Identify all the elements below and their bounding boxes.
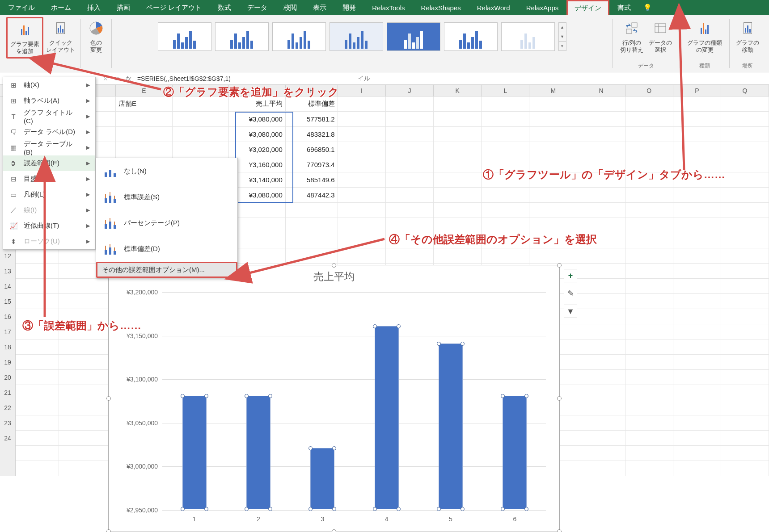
row-header[interactable]: 13	[0, 264, 16, 279]
cell[interactable]	[721, 415, 769, 431]
cell[interactable]	[434, 218, 482, 233]
chart-element-menu-item[interactable]: ▦データ テーブル(B)▶	[3, 140, 95, 155]
row-header[interactable]: 15	[0, 294, 16, 309]
menu-design[interactable]: デザイン	[566, 0, 609, 15]
menu-file[interactable]: ファイル	[0, 0, 43, 15]
menu-relaxshapes[interactable]: RelaxShapes	[413, 0, 469, 15]
cell[interactable]	[59, 400, 116, 415]
move-chart-button[interactable]: グラフの 移動	[733, 17, 762, 56]
cell[interactable]	[482, 188, 529, 203]
row-header[interactable]: 12	[0, 248, 16, 264]
row-header[interactable]: 18	[0, 339, 16, 355]
chart-element-menu-item[interactable]: ⊞軸ラベル(A)▶	[3, 93, 95, 109]
cell[interactable]	[59, 355, 116, 370]
col-header-J[interactable]: J	[386, 85, 434, 96]
cell[interactable]	[625, 142, 673, 157]
col-header-K[interactable]: K	[434, 85, 482, 96]
cell[interactable]	[577, 446, 625, 461]
cell[interactable]	[59, 415, 116, 431]
change-colors-button[interactable]: 色の 変更	[84, 17, 109, 56]
cell[interactable]	[625, 355, 673, 370]
chart-style-4[interactable]	[330, 22, 383, 51]
chart-element-menu-item[interactable]: 📈近似曲線(T)▶	[3, 218, 95, 234]
cell[interactable]	[386, 112, 434, 127]
menu-formulas[interactable]: 数式	[210, 0, 239, 15]
cell[interactable]	[577, 96, 625, 112]
chart-styles-brush-button[interactable]: ✎	[564, 287, 577, 300]
cell[interactable]	[59, 324, 116, 339]
chart-style-3[interactable]	[272, 22, 326, 51]
cell[interactable]	[625, 233, 673, 248]
cell[interactable]	[16, 294, 59, 309]
more-error-bar-options-item[interactable]: その他の誤差範囲オプション(M)...	[96, 262, 237, 278]
cell[interactable]	[721, 218, 769, 233]
cell[interactable]: 770973.4	[286, 157, 338, 172]
cell[interactable]	[721, 233, 769, 248]
cell[interactable]	[673, 309, 721, 324]
error-bars-submenu-item[interactable]: なし(N)	[96, 158, 237, 184]
cell[interactable]	[673, 461, 721, 476]
menu-page-layout[interactable]: ページ レイアウト	[138, 0, 210, 15]
cell[interactable]	[434, 127, 482, 142]
chart-style-5[interactable]	[387, 22, 440, 51]
row-header[interactable]: 21	[0, 385, 16, 400]
cell[interactable]	[529, 112, 577, 127]
cell[interactable]	[577, 218, 625, 233]
cell[interactable]	[673, 324, 721, 339]
cell[interactable]	[721, 309, 769, 324]
cell[interactable]	[721, 400, 769, 415]
error-bars-submenu-item[interactable]: 標準偏差(D)	[96, 236, 237, 262]
cell[interactable]	[16, 431, 59, 446]
cell[interactable]	[625, 415, 673, 431]
col-header-H[interactable]: H	[286, 85, 338, 96]
cell[interactable]	[625, 461, 673, 476]
cell[interactable]	[721, 370, 769, 385]
cell[interactable]	[116, 127, 173, 142]
cell[interactable]	[577, 203, 625, 218]
cell[interactable]	[482, 172, 529, 188]
cell[interactable]	[286, 233, 338, 248]
cell[interactable]	[625, 324, 673, 339]
cell[interactable]	[721, 431, 769, 446]
cell[interactable]	[482, 218, 529, 233]
chart-element-menu-item[interactable]: 🗨データ ラベル(D)▶	[3, 124, 95, 140]
cell[interactable]	[16, 400, 59, 415]
menu-view[interactable]: 表示	[305, 0, 334, 15]
cell[interactable]	[338, 172, 386, 188]
chart-style-7[interactable]	[501, 22, 555, 51]
cell[interactable]	[577, 248, 625, 264]
cell[interactable]	[625, 218, 673, 233]
cell[interactable]	[16, 248, 59, 264]
cell[interactable]	[529, 127, 577, 142]
cell[interactable]	[338, 248, 386, 264]
cell[interactable]	[59, 339, 116, 355]
cell[interactable]	[721, 339, 769, 355]
cell[interactable]	[338, 233, 386, 248]
cell[interactable]	[577, 264, 625, 279]
chart-bar[interactable]	[310, 448, 334, 509]
chart-element-menu-item[interactable]: ⬍ローソク(U)▶	[3, 234, 95, 249]
cell[interactable]	[338, 112, 386, 127]
cell[interactable]	[286, 203, 338, 218]
cell[interactable]	[338, 127, 386, 142]
cell[interactable]	[625, 279, 673, 294]
cell[interactable]	[673, 157, 721, 172]
cell[interactable]	[625, 112, 673, 127]
cell[interactable]: 577581.2	[286, 112, 338, 127]
row-header[interactable]	[0, 461, 16, 476]
chart-bar[interactable]	[439, 343, 463, 509]
chart-style-2[interactable]	[215, 22, 269, 51]
cell[interactable]: 483321.8	[286, 127, 338, 142]
cell[interactable]	[721, 446, 769, 461]
cell[interactable]	[625, 127, 673, 142]
cell[interactable]	[529, 157, 577, 172]
cell[interactable]	[673, 112, 721, 127]
cell[interactable]	[16, 309, 59, 324]
chart-bar[interactable]	[375, 326, 399, 509]
chart-element-menu-item[interactable]: ／線(I)▶	[3, 202, 95, 218]
cell[interactable]	[721, 172, 769, 188]
cell[interactable]	[577, 172, 625, 188]
cell[interactable]	[434, 188, 482, 203]
cell[interactable]	[173, 112, 229, 127]
row-header[interactable]: 19	[0, 355, 16, 370]
